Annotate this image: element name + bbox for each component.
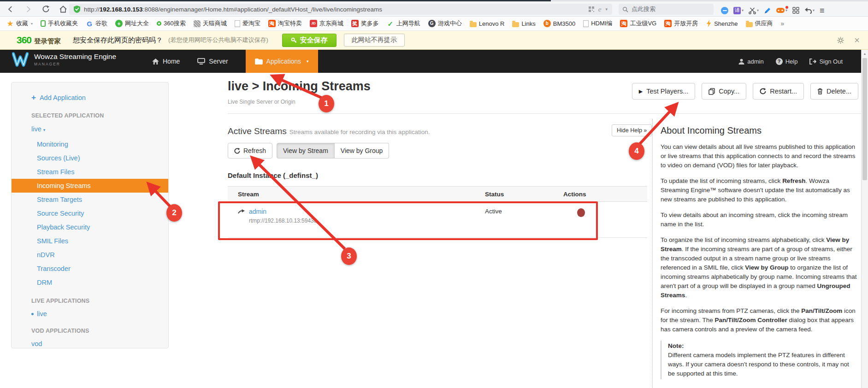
bookmark-taobao-temai[interactable]: 淘 淘宝特卖 [268, 19, 302, 28]
refresh-icon [234, 148, 240, 154]
close-icon[interactable]: × [854, 35, 860, 45]
bookmark-hdmi[interactable]: HDMI编 [583, 19, 612, 28]
bookmark-icon: JD [310, 20, 317, 27]
urlbar-dropdown-icon[interactable]: ▾ [605, 7, 608, 12]
scrollbar-thumb[interactable] [862, 58, 867, 180]
gear-icon[interactable] [837, 37, 844, 44]
view-by-stream-button[interactable]: View by Stream [277, 143, 335, 159]
save-password-button[interactable]: 安全保存 [282, 34, 337, 47]
nav-server[interactable]: Server [197, 50, 228, 73]
help-title: About Incoming Streams [661, 125, 857, 136]
back-icon [7, 6, 14, 13]
delete-button[interactable]: Delete... [810, 83, 858, 100]
screenshot-scissors-icon[interactable]: ▾ [749, 7, 759, 14]
translate-icon[interactable]: 译▾ [733, 7, 744, 14]
forward-button[interactable] [23, 4, 33, 14]
sign-out-icon [809, 59, 816, 65]
adblock-icon[interactable] [721, 7, 728, 14]
bookmark-google[interactable]: G 谷歌 [86, 19, 107, 28]
url-bar[interactable]: http://192.168.10.153:8088/enginemanager… [69, 4, 612, 15]
help-footer-paragraph: To record an incoming live stream, click… [661, 386, 857, 388]
recently-closed-icon[interactable]: ▾ [804, 7, 815, 14]
view-by-group-button[interactable]: View by Group [335, 143, 390, 159]
bookmark-overflow[interactable]: » [781, 20, 785, 27]
stream-action-buttons: ▶ Test Players... Copy... Restart... Del… [632, 83, 858, 100]
sidebar-item-smil-files[interactable]: SMIL Files [12, 234, 168, 248]
sidebar-item-monitoring[interactable]: Monitoring [12, 137, 168, 151]
bookmark-icon [157, 21, 161, 26]
bookmark-mobile-favorites[interactable]: 手机收藏夹 [41, 19, 78, 28]
bookmark-tmall[interactable]: 天猫商城 [194, 19, 227, 28]
nav-sign-out[interactable]: Sign Out [809, 58, 843, 65]
main-nav: Home Server Applications ▾ [152, 50, 318, 73]
menu-icon[interactable]: ≡ [820, 6, 825, 15]
help-paragraph: You can view details about all live stre… [661, 142, 857, 170]
bookmark-suppliers-folder[interactable]: 供应商 [746, 19, 773, 28]
help-paragraph: To organize the list of incoming streams… [661, 235, 857, 300]
bookmark-icon [706, 20, 712, 27]
sidebar-item-ndvr[interactable]: nDVR [12, 248, 168, 262]
sidebar-item-drm[interactable]: DRM [12, 276, 168, 289]
bookmark-icon: G [86, 20, 93, 27]
dismiss-site-button[interactable]: 此网站不再提示 [344, 34, 405, 47]
add-application-button[interactable]: + Add Application [31, 94, 168, 101]
copy-button[interactable]: Copy... [702, 83, 746, 100]
scroll-up-icon[interactable]: ▲ [862, 50, 868, 57]
streams-table: Stream Status Actions admin rtmp://192.1… [228, 186, 647, 238]
bookmark-game-center[interactable]: G 游戏中心 [428, 19, 462, 28]
sidebar-item-stream-targets[interactable]: Stream Targets [12, 193, 168, 206]
bookmark-links-folder[interactable]: Links [512, 20, 535, 27]
nav-applications[interactable]: Applications ▾ [246, 50, 318, 73]
stream-name-link[interactable]: admin [249, 208, 266, 215]
bookmark-site-directory[interactable]: + 网址大全 [115, 19, 149, 28]
nav-help[interactable]: ? Help [776, 58, 798, 65]
bookmark-favorites[interactable]: ★ 收藏 ▾ [6, 19, 33, 28]
sidebar-item-stream-files[interactable]: Stream Files [12, 165, 168, 179]
help-note: Note: Different camera models implement … [661, 341, 857, 379]
sidebar-item-playback-security[interactable]: Playback Security [12, 220, 168, 234]
game-center-icon[interactable]: ▾ [776, 7, 787, 13]
restart-button[interactable]: Restart... [753, 83, 804, 100]
sidebar-item-incoming-streams[interactable]: Incoming Streams [12, 179, 168, 193]
selected-app-dropdown[interactable]: live ▾ [31, 125, 168, 133]
refresh-button[interactable]: Refresh [228, 143, 272, 159]
bookmark-jd[interactable]: JD 京东商城 [310, 19, 343, 28]
sidebar-vod-app-vod[interactable]: vod [12, 338, 168, 350]
bookmark-bm3500[interactable]: b BM3500 [543, 20, 575, 27]
reload-icon [42, 5, 50, 13]
bookmark-aitaobao[interactable]: 爱淘宝 [235, 19, 260, 28]
bookmark-icon [194, 20, 201, 27]
sidebar-item-sources-live[interactable]: Sources (Live) [12, 151, 168, 165]
hide-help-button[interactable]: Hide Help » [612, 124, 652, 136]
bookmark-jiangduoduo[interactable]: 奖 奖多多 [351, 19, 379, 28]
apps-grid-icon[interactable] [792, 7, 799, 14]
copy-icon [709, 88, 715, 95]
vod-applications-list: vod [12, 338, 168, 350]
search-input[interactable]: 点此搜索 [619, 4, 714, 15]
sidebar-item-source-security[interactable]: Source Security [12, 206, 168, 220]
ie-mode-icon[interactable]: e [598, 6, 602, 13]
help-paragraph: For incoming streams from PTZ cameras, c… [661, 306, 857, 334]
qr-code-icon[interactable] [589, 6, 594, 12]
user-admin[interactable]: admin [738, 58, 763, 65]
sidebar-item-transcoder[interactable]: Transcoder [12, 262, 168, 276]
page-scrollbar[interactable]: ▲ [861, 50, 868, 388]
nav-home[interactable]: Home [152, 50, 180, 73]
bookmark-360-search[interactable]: 360搜索 [157, 19, 186, 28]
live-applications-header: LIVE APPLICATIONS [31, 298, 168, 304]
bookmark-industrial-vg[interactable]: 淘 工业级VG [620, 19, 656, 28]
record-icon[interactable] [577, 208, 585, 217]
test-players-button[interactable]: ▶ Test Players... [632, 83, 696, 100]
home-button[interactable] [58, 4, 68, 14]
search-icon [622, 6, 628, 12]
bookmark-shenzhen[interactable]: Shenzhe [706, 20, 738, 27]
back-button[interactable] [6, 4, 16, 14]
highlight-pen-icon[interactable] [764, 7, 771, 14]
reload-button[interactable] [41, 4, 51, 14]
sidebar-live-app-live[interactable]: live [12, 308, 168, 320]
bookmark-kaifang[interactable]: 淘 开放开房 [664, 19, 698, 28]
stream-source-url: rtmp://192.168.10.13:59438 [249, 218, 481, 224]
bookmark-icon: + [115, 20, 123, 27]
bookmark-web-nav[interactable]: ✓ 上网导航 [387, 19, 420, 28]
bookmark-lenovo-folder[interactable]: Lenovo R [470, 20, 505, 27]
